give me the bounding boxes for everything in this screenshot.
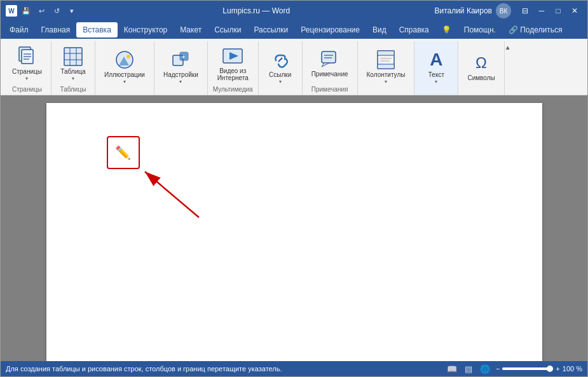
menu-review[interactable]: Рецензирование (294, 22, 366, 38)
video-label: Видео изИнтернета (217, 67, 249, 81)
ribbon-group-tables: Таблица ▾ Таблицы (51, 41, 95, 95)
ribbon-group-illustrations-buttons: Иллюстрации ▾ (100, 43, 149, 92)
zoom-slider[interactable] (502, 367, 553, 370)
ribbon-group-pages-buttons: Страницы ▾ (8, 43, 46, 85)
ribbon-btn-comment[interactable]: Примечание (308, 47, 352, 80)
links-icon (270, 50, 291, 70)
svg-rect-24 (378, 51, 394, 55)
table-arrow: ▾ (72, 76, 74, 81)
menu-references[interactable]: Ссылки (208, 22, 247, 38)
title-bar-left: W 💾 ↩ ↺ ▾ (6, 4, 78, 17)
zoom-slider-thumb (547, 366, 553, 372)
ribbon-toggle-button[interactable]: ⊟ (517, 3, 533, 18)
svg-line-18 (278, 58, 282, 62)
svg-marker-20 (322, 63, 329, 67)
menu-file[interactable]: Файл (3, 22, 35, 38)
addins-icon: + (170, 50, 191, 70)
maximize-button[interactable]: □ (550, 3, 566, 18)
text-icon: A (426, 50, 446, 70)
menu-view[interactable]: Вид (366, 22, 393, 38)
pages-group-label: Страницы (12, 86, 42, 95)
ribbon-btn-text[interactable]: A Текст ▾ (420, 48, 453, 86)
menu-layout[interactable]: Макет (174, 22, 208, 38)
menu-home[interactable]: Главная (35, 22, 77, 38)
app-name: Word (272, 6, 290, 15)
ribbon-btn-symbols[interactable]: Ω Символы (463, 51, 498, 84)
ribbon-group-comments: Примечание Примечания (303, 41, 358, 95)
user-name: Виталий Каиров (434, 6, 492, 15)
menu-assistant[interactable]: Помощн. (458, 22, 502, 38)
menu-help[interactable]: Справка (393, 22, 435, 38)
arrow-annotation (123, 160, 212, 224)
comments-group-label: Примечания (311, 86, 348, 95)
close-button[interactable]: ✕ (567, 3, 582, 18)
illustrations-label: Иллюстрации (104, 71, 145, 79)
zoom-minus-button[interactable]: − (496, 365, 500, 373)
ribbon-btn-addins[interactable]: + Надстройки ▾ (160, 48, 202, 86)
status-text: Для создания таблицы и рисования строк, … (6, 365, 445, 373)
status-bar: Для создания таблицы и рисования строк, … (1, 361, 587, 376)
web-layout-button[interactable]: 🌐 (478, 364, 492, 374)
header-footer-arrow: ▾ (385, 79, 387, 85)
comment-icon (320, 49, 340, 69)
ribbon-group-addins: + Надстройки ▾ (154, 41, 208, 95)
document-page[interactable]: ✏️ (46, 103, 542, 361)
media-group-label: Мультимедиа (213, 86, 253, 95)
ribbon-group-text-buttons: A Текст ▾ (420, 43, 453, 92)
ribbon-btn-pages[interactable]: Страницы ▾ (8, 45, 46, 83)
customize-button[interactable]: ▾ (65, 4, 78, 17)
ribbon-btn-links[interactable]: Ссылки ▾ (264, 48, 297, 86)
file-name: Lumpics.ru (222, 6, 260, 15)
svg-text:+: + (182, 54, 185, 60)
ribbon-btn-illustrations[interactable]: Иллюстрации ▾ (100, 48, 149, 86)
menu-mailings[interactable]: Рассылки (247, 22, 294, 38)
ribbon-group-symbols: Ω Символы (458, 41, 504, 95)
header-footer-label: Колонтитулы (367, 71, 406, 79)
ribbon-btn-table[interactable]: Таблица ▾ (57, 45, 90, 83)
pages-arrow: ▾ (25, 76, 28, 81)
header-footer-icon (376, 50, 396, 70)
title-bar-right: Виталий Каиров ВК ⊟ ─ □ ✕ (434, 3, 582, 18)
save-button[interactable]: 💾 (20, 4, 32, 17)
ribbon-group-text: A Текст ▾ (414, 41, 458, 95)
pages-icon (17, 46, 37, 67)
illustrations-icon (114, 50, 135, 70)
pencil-icon: ✏️ (115, 145, 131, 160)
text-arrow: ▾ (435, 79, 437, 85)
print-layout-button[interactable]: ▤ (463, 364, 474, 374)
ribbon-group-symbols-buttons: Ω Символы (463, 43, 498, 92)
symbols-label: Символы (467, 74, 495, 82)
ribbon-group-header-footer: Колонтитулы ▾ (358, 41, 415, 95)
svg-rect-5 (64, 48, 82, 65)
status-right: 📖 ▤ 🌐 − + 100 % (445, 364, 582, 374)
menu-light-icon[interactable]: 💡 (435, 22, 458, 38)
menu-insert[interactable]: Вставка (76, 22, 118, 38)
app-window: W 💾 ↩ ↺ ▾ Lumpics.ru — Word Виталий Каир… (0, 0, 588, 377)
read-mode-button[interactable]: 📖 (445, 364, 459, 374)
zoom-plus-button[interactable]: + (556, 365, 559, 373)
ribbon-collapse-button[interactable]: ▲ (505, 41, 515, 95)
word-icon: W (6, 5, 17, 17)
ribbon-btn-header-footer[interactable]: Колонтитулы ▾ (363, 48, 409, 86)
ribbon: Страницы ▾ Страницы Таблица ▾ (1, 39, 587, 95)
ribbon-btn-video[interactable]: Видео изИнтернета (214, 44, 252, 83)
ribbon-group-media: Видео изИнтернета Мультимедиа (208, 41, 259, 95)
pages-label: Страницы (12, 68, 42, 76)
table-icon (63, 46, 83, 67)
ribbon-group-pages: Страницы ▾ Страницы (3, 41, 51, 95)
ribbon-content: Страницы ▾ Страницы Таблица ▾ (1, 39, 587, 95)
links-label: Ссылки (269, 71, 291, 79)
redo-button[interactable]: ↺ (50, 4, 63, 17)
minimize-button[interactable]: ─ (534, 3, 549, 18)
undo-button[interactable]: ↩ (35, 4, 48, 17)
menu-design[interactable]: Конструктор (118, 22, 174, 38)
video-icon (222, 46, 243, 66)
svg-point-12 (126, 55, 130, 58)
illustrations-arrow: ▾ (123, 79, 126, 85)
tables-group-label: Таблицы (60, 86, 86, 95)
zoom-percent-label: 100 % (563, 365, 582, 373)
avatar: ВК (496, 3, 511, 18)
menu-share[interactable]: 🔗 Поделиться (502, 22, 569, 38)
menu-bar: Файл Главная Вставка Конструктор Макет С… (1, 21, 587, 39)
ribbon-group-tables-buttons: Таблица ▾ (57, 43, 90, 85)
